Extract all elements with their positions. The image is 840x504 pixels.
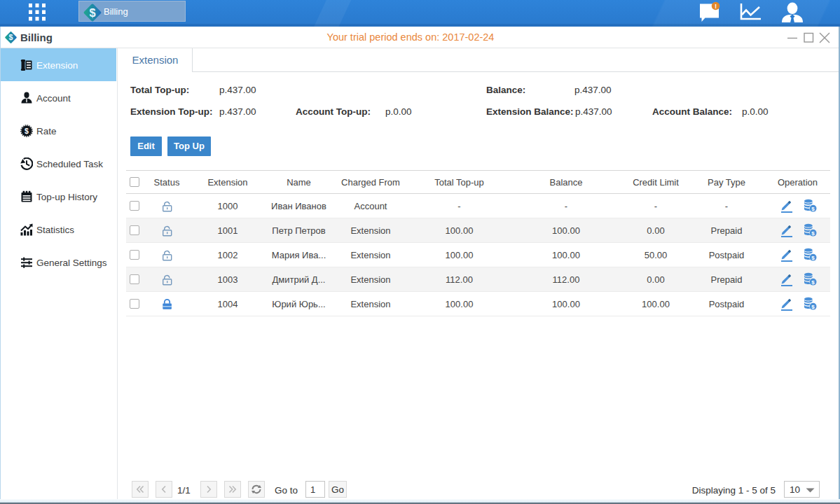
- svg-text:$: $: [811, 230, 815, 237]
- svg-text:$: $: [25, 126, 29, 134]
- svg-text:!: !: [715, 2, 717, 10]
- svg-text:$: $: [811, 279, 815, 286]
- svg-text:$: $: [811, 206, 815, 212]
- svg-text:$: $: [89, 6, 95, 19]
- svg-text:$: $: [811, 255, 815, 261]
- svg-text:$: $: [811, 304, 815, 310]
